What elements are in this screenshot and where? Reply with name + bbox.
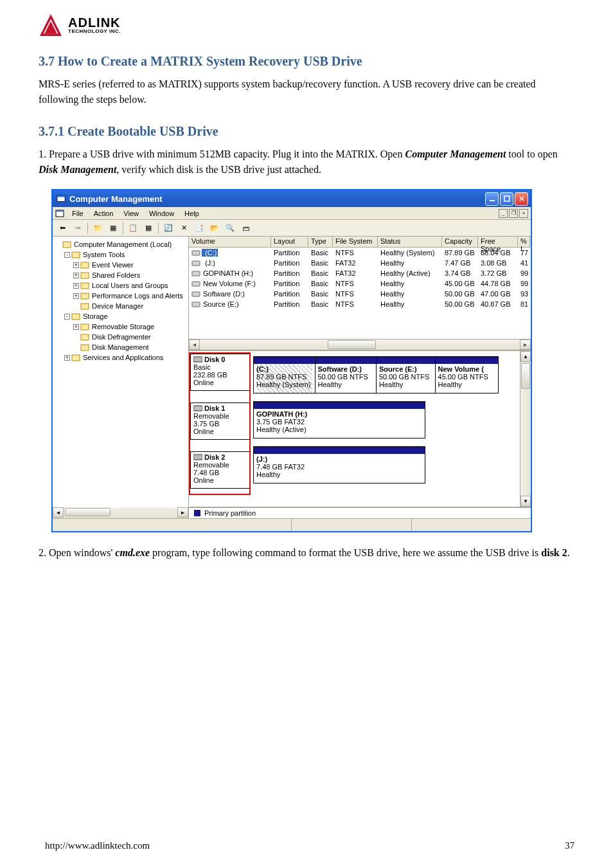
col-status[interactable]: Status bbox=[378, 237, 442, 248]
disk-scroll-down-button[interactable]: ▼ bbox=[520, 496, 531, 507]
partition-bar[interactable]: (J:)7.48 GB FAT32Healthy bbox=[253, 446, 425, 484]
partition-cell[interactable]: GOPINATH (H:)3.75 GB FAT32Healthy (Activ… bbox=[254, 402, 425, 438]
tree-item[interactable]: -System Tools bbox=[54, 249, 187, 260]
partition-status: Healthy bbox=[379, 381, 432, 388]
disk-info-block[interactable]: Disk 1Removable3.75 GBOnline bbox=[190, 402, 251, 440]
col-pctfree[interactable]: % I bbox=[518, 237, 530, 248]
back-button[interactable]: ⬅ bbox=[55, 221, 69, 235]
tree-item[interactable]: Computer Management (Local) bbox=[54, 239, 187, 249]
tree-hscroll[interactable]: ◄ ► bbox=[53, 507, 188, 518]
refresh-button[interactable]: 🔄 bbox=[161, 221, 175, 235]
tree-item[interactable]: Disk Defragmenter bbox=[54, 332, 187, 342]
partition-cell[interactable]: (C:)87.89 GB NTFSHealthy (System) bbox=[254, 357, 315, 393]
tree-item[interactable]: Device Manager bbox=[54, 301, 187, 311]
mdi-minimize-button[interactable]: _ bbox=[499, 209, 508, 218]
minimize-button[interactable] bbox=[485, 192, 499, 206]
tree-item[interactable]: Disk Management bbox=[54, 342, 187, 352]
tree-hscroll-thumb[interactable] bbox=[65, 508, 111, 516]
menu-help[interactable]: Help bbox=[179, 208, 204, 219]
col-layout[interactable]: Layout bbox=[271, 237, 308, 248]
vol-hscroll-thumb[interactable] bbox=[328, 340, 376, 349]
disk-graphical-view[interactable]: Disk 0Basic232.88 GBOnline Disk 1Removab… bbox=[189, 350, 531, 507]
partition-status: Healthy bbox=[438, 381, 495, 388]
disk-vscroll-thumb[interactable] bbox=[521, 363, 530, 389]
partition-bar[interactable]: (C:)87.89 GB NTFSHealthy (System)Softwar… bbox=[253, 356, 499, 393]
col-freespace[interactable]: Free Space bbox=[478, 237, 518, 248]
step2-mid: program, type following command to forma… bbox=[150, 547, 541, 558]
disk-state: Online bbox=[193, 428, 247, 435]
tree-item[interactable]: -Storage bbox=[54, 311, 187, 321]
volume-row[interactable]: New Volume (F:)PartitionBasicNTFSHealthy… bbox=[189, 278, 531, 289]
expand-icon[interactable]: + bbox=[73, 283, 79, 289]
disk-info-block[interactable]: Disk 2Removable7.48 GBOnline bbox=[190, 451, 251, 489]
volume-row[interactable]: Source (E:)PartitionBasicNTFSHealthy50.0… bbox=[189, 299, 531, 309]
expand-icon[interactable]: - bbox=[64, 314, 70, 320]
expand-icon[interactable]: - bbox=[64, 252, 70, 258]
col-type[interactable]: Type bbox=[308, 237, 333, 248]
expand-icon[interactable]: + bbox=[73, 273, 79, 278]
action2-button[interactable]: 📂 bbox=[208, 221, 222, 235]
expand-icon[interactable]: + bbox=[73, 293, 79, 299]
volume-hscroll[interactable]: ◄ ► bbox=[189, 339, 531, 350]
svg-rect-23 bbox=[192, 251, 200, 255]
svg-rect-13 bbox=[81, 262, 89, 268]
disk-size: 7.48 GB bbox=[193, 469, 247, 476]
properties-button[interactable]: 📋 bbox=[126, 221, 140, 235]
partition-cell[interactable]: Software (D:)50.00 GB NTFSHealthy bbox=[315, 357, 377, 393]
vol-scroll-left-button[interactable]: ◄ bbox=[189, 339, 200, 350]
volume-row[interactable]: GOPINATH (H:)PartitionBasicFAT32Healthy … bbox=[189, 268, 531, 278]
vol-scroll-right-button[interactable]: ► bbox=[520, 339, 531, 350]
close-button[interactable] bbox=[515, 192, 528, 206]
forward-button[interactable]: ➡ bbox=[71, 221, 85, 235]
disk-info-block[interactable]: Disk 0Basic232.88 GBOnline bbox=[190, 354, 251, 391]
show-hide-button[interactable]: ▦ bbox=[106, 221, 120, 235]
tree-item[interactable]: +Local Users and Groups bbox=[54, 280, 187, 291]
action1-button[interactable]: 📑 bbox=[192, 221, 206, 235]
menu-window[interactable]: Window bbox=[144, 208, 179, 219]
delete-button[interactable]: ✕ bbox=[177, 221, 191, 235]
scroll-right-button[interactable]: ► bbox=[177, 507, 188, 518]
tree-icon bbox=[80, 260, 89, 269]
tree-item[interactable]: +Event Viewer bbox=[54, 260, 187, 270]
tree-pane[interactable]: Computer Management (Local)-System Tools… bbox=[53, 237, 189, 518]
menu-file[interactable]: File bbox=[67, 208, 89, 219]
mdi-close-button[interactable]: × bbox=[519, 209, 528, 218]
logo: ADLINK TECHNOLOGY INC. bbox=[39, 13, 574, 37]
menu-view[interactable]: View bbox=[118, 208, 144, 219]
mdi-restore-button[interactable]: ❐ bbox=[509, 209, 518, 218]
disk-vscroll[interactable]: ▲ ▼ bbox=[520, 351, 531, 507]
expand-icon[interactable]: + bbox=[73, 324, 79, 330]
tree-label: Local Users and Groups bbox=[92, 281, 168, 291]
col-capacity[interactable]: Capacity bbox=[442, 237, 478, 248]
menu-action[interactable]: Action bbox=[89, 208, 119, 219]
volume-fs: NTFS bbox=[333, 290, 378, 298]
tree-item[interactable]: +Services and Applications bbox=[54, 352, 187, 363]
legend-label: Primary partition bbox=[204, 509, 256, 517]
titlebar[interactable]: Computer Management bbox=[53, 190, 531, 207]
partition-bar[interactable]: GOPINATH (H:)3.75 GB FAT32Healthy (Activ… bbox=[253, 401, 425, 439]
col-volume[interactable]: Volume bbox=[189, 237, 271, 248]
action4-button[interactable]: 🗃 bbox=[238, 221, 253, 235]
toolbar: ⬅ ➡ 📁 ▦ 📋 ▦ 🔄 ✕ 📑 📂 🔍 🗃 bbox=[53, 220, 531, 237]
tree-item[interactable]: +Shared Folders bbox=[54, 270, 187, 280]
up-button[interactable]: 📁 bbox=[91, 221, 105, 235]
view-button[interactable]: ▦ bbox=[141, 221, 155, 235]
expand-icon[interactable]: + bbox=[64, 355, 70, 361]
col-filesystem[interactable]: File System bbox=[333, 237, 378, 248]
volume-list[interactable]: Volume Layout Type File System Status Ca… bbox=[189, 237, 531, 350]
volume-row[interactable]: (J:)PartitionBasicFAT32Healthy7.47 GB3.0… bbox=[189, 258, 531, 268]
disk-scroll-up-button[interactable]: ▲ bbox=[520, 351, 531, 362]
disk-name: Disk 0 bbox=[193, 356, 247, 363]
action3-button[interactable]: 🔍 bbox=[223, 221, 237, 235]
partition-cell[interactable]: Source (E:)50.00 GB NTFSHealthy bbox=[377, 357, 436, 393]
volume-row[interactable]: Software (D:)PartitionBasicNTFSHealthy50… bbox=[189, 289, 531, 299]
partition-cell[interactable]: New Volume (45.00 GB NTFSHealthy bbox=[436, 357, 498, 393]
partition-cell[interactable]: (J:)7.48 GB FAT32Healthy bbox=[254, 447, 425, 483]
expand-icon[interactable]: + bbox=[73, 262, 79, 268]
tree-item[interactable]: +Performance Logs and Alerts bbox=[54, 291, 187, 301]
tree-item[interactable]: +Removable Storage bbox=[54, 321, 187, 332]
scroll-left-button[interactable]: ◄ bbox=[53, 507, 64, 518]
volume-name: (C:) bbox=[202, 249, 218, 257]
volume-row[interactable]: (C:)PartitionBasicNTFSHealthy (System)87… bbox=[189, 248, 531, 258]
maximize-button[interactable] bbox=[500, 192, 513, 206]
